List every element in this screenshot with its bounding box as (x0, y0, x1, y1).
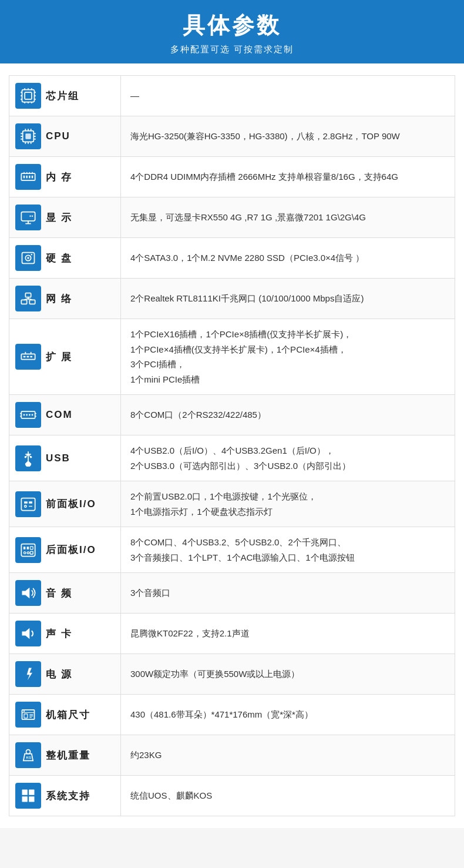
value-cell-expansion: 1个PCIeX16插槽，1个PCIe×8插槽(仅支持半长扩展卡)，1个PCIe×… (121, 319, 455, 395)
label-text-com: COM (46, 409, 73, 421)
svg-point-62 (32, 414, 33, 416)
svg-point-44 (27, 257, 29, 259)
svg-text:KG: KG (26, 756, 32, 759)
table-row: 音 频 3个音频口 (9, 573, 455, 614)
label-cell-display: 显 示 (9, 197, 121, 238)
table-row: COM 8个COM口（2个RS232/422/485） (9, 395, 455, 435)
label-cell-audio: 音 频 (9, 573, 121, 614)
label-cell-weight: KG 整机重量 (9, 735, 121, 776)
value-cell-os: 统信UOS、麒麟KOS (121, 776, 455, 816)
label-text-os: 系统支持 (46, 789, 90, 803)
label-cell-memory: 内 存 (9, 157, 121, 197)
svg-rect-1 (25, 92, 32, 99)
os-icon (15, 783, 41, 809)
table-row: CPU 海光HG-3250(兼容HG-3350，HG-3380)，八核，2.8G… (9, 116, 455, 157)
table-row: 网 络 2个Realtek RTL8111KI千兆网口 (10/100/1000… (9, 279, 455, 319)
svg-marker-84 (22, 628, 30, 639)
svg-rect-47 (29, 300, 35, 304)
svg-rect-94 (22, 790, 28, 795)
table-row: 声 卡 昆腾微KT02F22，支持2.1声道 (9, 614, 455, 654)
svg-rect-53 (23, 356, 26, 357)
value-cell-weight: 约23KG (121, 735, 455, 776)
label-text-usb: USB (46, 453, 70, 464)
label-cell-power: 电 源 (9, 654, 121, 695)
svg-point-60 (26, 414, 28, 416)
svg-rect-88 (24, 714, 28, 718)
svg-rect-77 (23, 547, 26, 549)
label-text-chassis: 机箱尺寸 (46, 708, 90, 722)
table-row: 硬 盘 4个SATA3.0，1个M.2 NVMe 2280 SSD（PCIe3.… (9, 238, 455, 279)
soundcard-icon (15, 621, 41, 646)
svg-point-92 (26, 750, 31, 754)
value-cell-rear-io: 8个COM口、4个USB3.2、5个USB2.0、2个千兆网口、3个音频接口、1… (121, 527, 455, 573)
svg-rect-97 (29, 796, 34, 802)
svg-point-81 (27, 551, 29, 554)
svg-rect-79 (31, 547, 33, 549)
value-cell-display: 无集显，可选显卡RX550 4G ,R7 1G ,景嘉微7201 1G\2G\4… (121, 197, 455, 238)
svg-point-80 (23, 551, 26, 554)
label-cell-rear-io: 后面板I/O (9, 527, 121, 573)
label-text-chipset: 芯片组 (46, 89, 79, 103)
label-text-display: 显 示 (46, 211, 72, 224)
label-cell-soundcard: 声 卡 (9, 614, 121, 654)
label-cell-chipset: 芯片组 (9, 76, 121, 116)
rear-io-icon (15, 537, 41, 563)
spec-table: 芯片组 — CPU 海光HG-3250(兼容HG-3350，HG-3380)，八… (9, 75, 455, 816)
value-cell-chipset: — (121, 76, 455, 116)
label-cell-expansion: 扩 展 (9, 319, 121, 395)
table-row: 后面板I/O 8个COM口、4个USB3.2、5个USB2.0、2个千兆网口、3… (9, 527, 455, 573)
svg-rect-46 (21, 300, 26, 304)
value-cell-storage: 4个SATA3.0，1个M.2 NVMe 2280 SSD（PCIe3.0×4信… (121, 238, 455, 279)
label-text-rear-io: 后面板I/O (46, 543, 96, 557)
svg-point-40 (32, 216, 33, 217)
storage-icon (15, 245, 41, 271)
com-icon (15, 402, 41, 428)
label-cell-chassis: 机箱尺寸 (9, 695, 121, 735)
value-cell-network: 2个Realtek RTL8111KI千兆网口 (10/100/1000 Mbp… (121, 279, 455, 319)
svg-point-45 (31, 254, 32, 255)
svg-rect-55 (31, 356, 33, 357)
svg-rect-78 (27, 547, 29, 549)
page-title: 具体参数 (12, 11, 452, 41)
label-text-expansion: 扩 展 (46, 350, 72, 364)
svg-rect-54 (27, 356, 29, 357)
expansion-icon (15, 344, 41, 370)
svg-rect-72 (24, 501, 28, 504)
svg-rect-0 (22, 90, 35, 102)
value-cell-audio: 3个音频口 (121, 573, 455, 614)
svg-rect-29 (23, 176, 25, 179)
label-cell-cpu: CPU (9, 116, 121, 157)
svg-marker-83 (22, 588, 30, 599)
memory-icon (15, 164, 41, 190)
svg-point-59 (23, 414, 25, 416)
svg-rect-31 (29, 176, 30, 179)
label-cell-usb: USB (9, 435, 121, 481)
svg-point-74 (25, 505, 27, 507)
label-text-cpu: CPU (46, 130, 70, 142)
label-cell-network: 网 络 (9, 279, 121, 319)
table-row: 电 源 300W额定功率（可更换550W或以上电源） (9, 654, 455, 695)
svg-rect-73 (29, 501, 32, 504)
label-cell-com: COM (9, 395, 121, 435)
svg-rect-95 (29, 790, 34, 795)
table-row: 机箱尺寸 430（481.6带耳朵）*471*176mm（宽*深*高） (9, 695, 455, 735)
value-cell-memory: 4个DDR4 UDIMM内存插槽 2666MHz 支持单根容量8/16G，支持6… (121, 157, 455, 197)
value-cell-chassis: 430（481.6带耳朵）*471*176mm（宽*深*高） (121, 695, 455, 735)
audio-icon (15, 580, 41, 606)
cpu-icon (15, 123, 41, 149)
svg-rect-71 (21, 498, 35, 510)
svg-rect-15 (25, 133, 31, 139)
label-text-power: 电 源 (46, 668, 72, 681)
table-row: 系统支持 统信UOS、麒麟KOS (9, 776, 455, 816)
value-cell-power: 300W额定功率（可更换550W或以上电源） (121, 654, 455, 695)
svg-line-50 (24, 299, 28, 300)
page-wrapper: 具体参数 多种配置可选 可按需求定制 芯片组 — CPU 海光HG-325 (0, 0, 464, 828)
network-icon (15, 286, 41, 311)
power-icon (15, 661, 41, 687)
page-subtitle: 多种配置可选 可按需求定制 (12, 44, 452, 55)
label-text-memory: 内 存 (46, 170, 72, 184)
svg-line-51 (28, 299, 32, 300)
svg-rect-96 (22, 796, 28, 802)
value-cell-com: 8个COM口（2个RS232/422/485） (121, 395, 455, 435)
front-io-icon (15, 491, 41, 517)
